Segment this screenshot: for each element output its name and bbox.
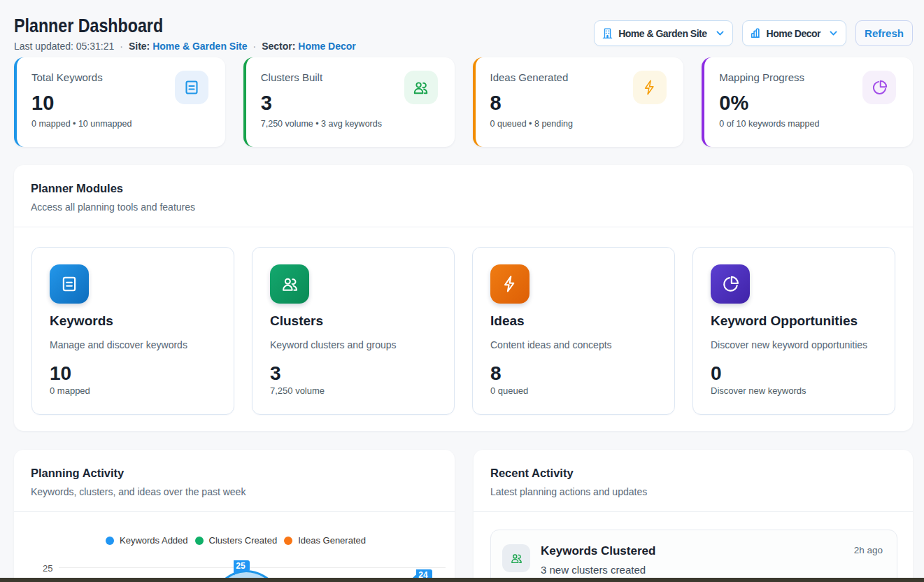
svg-text:25: 25	[236, 561, 246, 571]
